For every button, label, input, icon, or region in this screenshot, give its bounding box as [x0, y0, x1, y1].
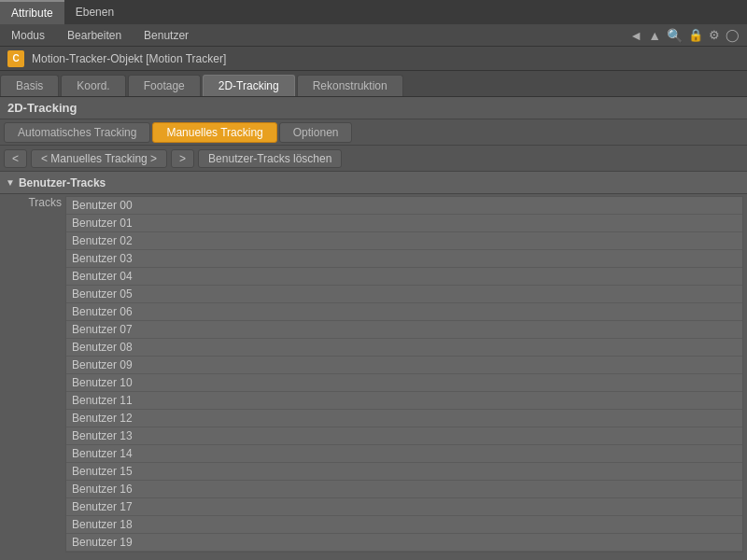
title-bar: Attribute Ebenen: [0, 0, 747, 24]
object-title: Motion-Tracker-Objekt [Motion Tracker]: [32, 52, 226, 65]
list-item[interactable]: Benutzer 09: [66, 357, 742, 374]
tab-manuelles-tracking[interactable]: Manuelles Tracking: [152, 122, 276, 143]
list-item[interactable]: Benutzer 19: [66, 534, 742, 552]
tracks-label: Tracks: [0, 194, 65, 554]
tab-ebenen[interactable]: Ebenen: [64, 0, 125, 24]
benutzer-section: ▼ Benutzer-Tracks Tracks Benutzer 00Benu…: [0, 172, 747, 554]
list-item[interactable]: Benutzer 18: [66, 516, 742, 534]
search-icon[interactable]: 🔍: [667, 28, 683, 43]
sub-tabs: Automatisches Tracking Manuelles Trackin…: [0, 119, 747, 146]
tab-rekonstruktion[interactable]: Rekonstruktion: [297, 75, 403, 96]
tab-automatisches-tracking[interactable]: Automatisches Tracking: [4, 122, 150, 143]
tracks-area: Tracks Benutzer 00Benutzer 01Benutzer 02…: [0, 194, 747, 554]
tab-basis[interactable]: Basis: [0, 75, 59, 96]
tab-optionen[interactable]: Optionen: [279, 122, 353, 143]
section-header-label: Benutzer-Tracks: [19, 176, 106, 189]
menu-benutzer[interactable]: Benutzer: [140, 27, 192, 44]
main-tabs: Basis Koord. Footage 2D-Tracking Rekonst…: [0, 71, 747, 97]
list-item[interactable]: Benutzer 01: [66, 215, 742, 232]
list-item[interactable]: Benutzer 14: [66, 445, 742, 463]
next-button[interactable]: >: [171, 149, 194, 168]
list-item[interactable]: Benutzer 17: [66, 498, 742, 516]
lock-icon[interactable]: 🔒: [688, 28, 703, 42]
list-item[interactable]: Benutzer 07: [66, 321, 742, 339]
arrow-up-icon[interactable]: ▲: [648, 28, 661, 43]
prev-button[interactable]: <: [4, 149, 27, 168]
list-item[interactable]: Benutzer 04: [66, 268, 742, 286]
menu-bearbeiten[interactable]: Bearbeiten: [63, 27, 125, 44]
list-item[interactable]: Benutzer 11: [66, 392, 742, 410]
collapse-arrow-icon: ▼: [6, 177, 15, 188]
tab-footage[interactable]: Footage: [128, 75, 201, 96]
list-item[interactable]: Benutzer 10: [66, 374, 742, 392]
tab-attribute[interactable]: Attribute: [0, 0, 64, 24]
menu-bar: Modus Bearbeiten Benutzer ◄ ▲ 🔍 🔒 ⚙ ◯: [0, 24, 747, 47]
nav-label[interactable]: < Manuelles Tracking >: [31, 149, 167, 168]
cinema-logo: C: [7, 50, 24, 67]
list-item[interactable]: Benutzer 03: [66, 250, 742, 268]
list-item[interactable]: Benutzer 12: [66, 410, 742, 427]
tab-2d-tracking[interactable]: 2D-Tracking: [203, 75, 295, 96]
circle-icon[interactable]: ◯: [726, 28, 740, 42]
list-item[interactable]: Benutzer 00: [66, 197, 742, 215]
delete-tracks-button[interactable]: Benutzer-Tracks löschen: [198, 149, 342, 168]
gear-icon[interactable]: ⚙: [709, 28, 720, 42]
tab-koord[interactable]: Koord.: [61, 75, 125, 96]
nav-bar: < < Manuelles Tracking > > Benutzer-Trac…: [0, 146, 747, 172]
list-item[interactable]: Benutzer 02: [66, 232, 742, 250]
object-header: C Motion-Tracker-Objekt [Motion Tracker]: [0, 47, 747, 71]
list-item[interactable]: Benutzer 16: [66, 481, 742, 498]
tracks-list[interactable]: Benutzer 00Benutzer 01Benutzer 02Benutze…: [65, 196, 743, 553]
section-title: 2D-Tracking: [0, 97, 747, 119]
section-header[interactable]: ▼ Benutzer-Tracks: [0, 172, 747, 194]
list-item[interactable]: Benutzer 13: [66, 427, 742, 445]
list-item[interactable]: Benutzer 08: [66, 339, 742, 357]
list-item[interactable]: Benutzer 15: [66, 463, 742, 481]
menu-modus[interactable]: Modus: [7, 27, 49, 44]
list-item[interactable]: Benutzer 06: [66, 303, 742, 321]
arrow-left-icon[interactable]: ◄: [629, 28, 642, 43]
list-item[interactable]: Benutzer 05: [66, 286, 742, 303]
menu-icons: ◄ ▲ 🔍 🔒 ⚙ ◯: [629, 28, 740, 43]
